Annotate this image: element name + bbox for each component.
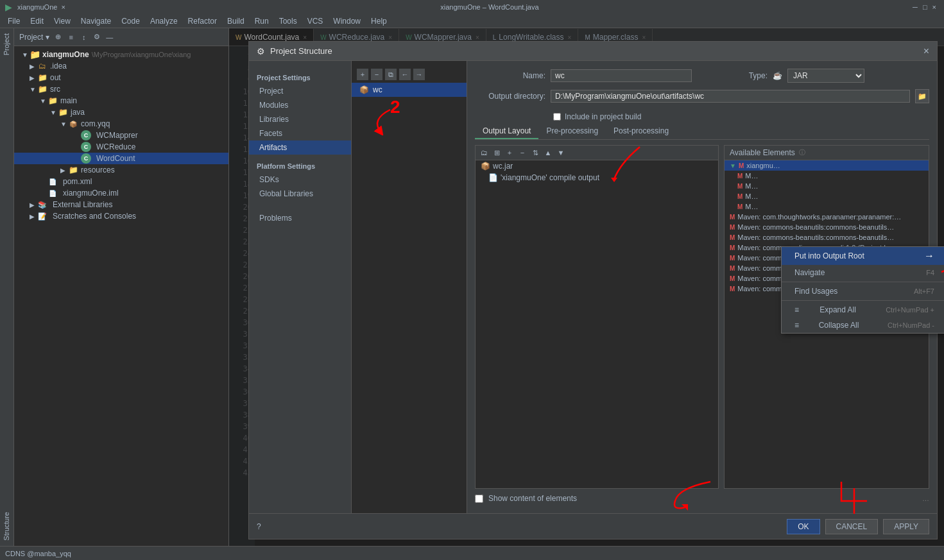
artifact-add-btn[interactable]: + bbox=[357, 69, 368, 80]
project-tab[interactable]: Project bbox=[0, 28, 13, 60]
nav-modules[interactable]: Modules bbox=[249, 98, 351, 112]
name-input[interactable] bbox=[551, 69, 692, 82]
output-tree-child[interactable]: 📄 'xiangmuOne' compile output bbox=[476, 172, 718, 183]
collapse-icon[interactable]: ↕ bbox=[79, 32, 89, 42]
context-menu-navigate[interactable]: Navigate F4 bbox=[782, 265, 944, 280]
tree-item-idea[interactable]: ▶ 🗂 .idea bbox=[14, 60, 228, 72]
output-dir-label: Output directory: bbox=[475, 92, 545, 101]
artifact-back-btn[interactable]: ← bbox=[399, 69, 411, 80]
put-into-output-label: Put into Output Root bbox=[794, 251, 864, 260]
context-menu-find-usages[interactable]: Find Usages Alt+F7 bbox=[782, 284, 944, 299]
output-dir-input[interactable] bbox=[551, 90, 910, 103]
artifact-remove-btn[interactable]: − bbox=[371, 69, 382, 80]
output-sort-btn[interactable]: ⇅ bbox=[529, 147, 541, 158]
menu-navigate[interactable]: Navigate bbox=[76, 15, 116, 27]
navigate-label: Navigate bbox=[794, 268, 825, 277]
available-paranamer-label: Maven: com.thoughtworks.paranamer:parana… bbox=[737, 213, 901, 221]
nav-problems[interactable]: Problems bbox=[249, 211, 351, 225]
nav-facets[interactable]: Facets bbox=[249, 126, 351, 140]
artifact-copy-btn[interactable]: ⧉ bbox=[385, 69, 397, 80]
tree-item-out[interactable]: ▶ 📁 out bbox=[14, 72, 228, 83]
nav-artifacts[interactable]: Artifacts bbox=[249, 140, 351, 155]
tree-item-wordcount[interactable]: C WordCount bbox=[14, 153, 228, 164]
menu-file[interactable]: File bbox=[3, 15, 25, 27]
menu-analyze[interactable]: Analyze bbox=[145, 15, 183, 27]
tab-postprocessing[interactable]: Post-processing bbox=[606, 124, 676, 139]
tree-item-src[interactable]: ▼ 📁 src bbox=[14, 83, 228, 95]
tree-wcmapprer-label: WCMapprer bbox=[96, 131, 138, 140]
tree-item-extlibs[interactable]: ▶ 📚 External Libraries bbox=[14, 199, 228, 210]
dialog-close-btn[interactable]: × bbox=[923, 46, 929, 57]
tree-item-package[interactable]: ▼ 📦 com.yqq bbox=[14, 118, 228, 130]
output-locate-btn[interactable]: 🗂 bbox=[478, 147, 490, 158]
close-panel-icon[interactable]: — bbox=[105, 32, 115, 42]
nav-sdks[interactable]: SDKs bbox=[249, 173, 351, 187]
tab-output-layout[interactable]: Output Layout bbox=[475, 124, 538, 139]
title-bar-separator: × bbox=[61, 3, 65, 11]
show-content-checkbox[interactable] bbox=[475, 495, 483, 503]
close-btn[interactable]: × bbox=[932, 3, 936, 11]
available-item-m1[interactable]: M M… bbox=[725, 171, 929, 181]
tree-item-wcreduce[interactable]: C WCReduce bbox=[14, 141, 228, 153]
expand-all-icon[interactable]: ≡ bbox=[66, 32, 76, 42]
minimize-btn[interactable]: ─ bbox=[913, 3, 918, 11]
available-item-beanutils1[interactable]: M Maven: commons-beanutils:commons-beanu… bbox=[725, 222, 929, 232]
menu-tools[interactable]: Tools bbox=[274, 15, 302, 27]
tree-item-iml[interactable]: 📄 xiangmuOne.iml bbox=[14, 187, 228, 199]
menu-vcs[interactable]: VCS bbox=[302, 15, 329, 27]
output-tree-root[interactable]: 📦 wc.jar bbox=[476, 160, 718, 172]
menu-view[interactable]: View bbox=[49, 15, 76, 27]
output-remove-btn[interactable]: − bbox=[517, 147, 528, 158]
menu-window[interactable]: Window bbox=[328, 15, 366, 27]
locate-icon[interactable]: ⊕ bbox=[53, 32, 64, 42]
output-up-btn[interactable]: ▲ bbox=[542, 147, 554, 158]
available-item-xiangmu[interactable]: ▼ M xiangmu… bbox=[725, 160, 929, 171]
tree-item-pom[interactable]: 📄 pom.xml bbox=[14, 176, 228, 187]
include-build-checkbox[interactable] bbox=[553, 113, 561, 121]
tree-item-scratches[interactable]: ▶ 📝 Scratches and Consoles bbox=[14, 210, 228, 222]
nav-project[interactable]: Project bbox=[249, 84, 351, 98]
cancel-btn[interactable]: CANCEL bbox=[825, 519, 879, 534]
output-dir-browse-btn[interactable]: 📁 bbox=[915, 89, 929, 103]
settings-icon[interactable]: ⚙ bbox=[92, 32, 102, 42]
project-dropdown[interactable]: Project ▾ bbox=[19, 33, 49, 42]
tab-preprocessing[interactable]: Pre-processing bbox=[538, 124, 606, 139]
output-add-btn[interactable]: + bbox=[504, 147, 515, 158]
context-menu-collapse-all[interactable]: ≡ Collapse All Ctrl+NumPad - bbox=[782, 318, 944, 333]
tree-wordcount-label: WordCount bbox=[96, 154, 135, 163]
artifact-item-wc[interactable]: 📦 wc bbox=[352, 83, 467, 97]
available-m1-label: M… bbox=[745, 172, 758, 180]
nav-global-libraries[interactable]: Global Libraries bbox=[249, 187, 351, 201]
available-item-m4[interactable]: M M… bbox=[725, 201, 929, 212]
tree-root[interactable]: ▼ 📁 xiangmuOne \MyProgram\xiangmuOne\xia… bbox=[14, 49, 228, 60]
tree-item-java[interactable]: ▼ 📁 java bbox=[14, 106, 228, 118]
structure-tab[interactable]: Structure bbox=[0, 507, 13, 546]
ellipsis-btn[interactable]: … bbox=[922, 495, 929, 502]
available-item-paranamer[interactable]: M Maven: com.thoughtworks.paranamer:para… bbox=[725, 212, 929, 222]
apply-btn[interactable]: APPLY bbox=[883, 519, 929, 534]
output-expand-btn[interactable]: ⊞ bbox=[491, 147, 502, 158]
type-select[interactable]: JAR bbox=[787, 69, 864, 83]
question-mark-btn[interactable]: ? bbox=[257, 522, 261, 531]
maximize-btn[interactable]: □ bbox=[923, 3, 927, 11]
context-menu-sep1 bbox=[782, 282, 944, 282]
menu-refactor[interactable]: Refactor bbox=[183, 15, 222, 27]
menu-build[interactable]: Build bbox=[222, 15, 250, 27]
menu-edit[interactable]: Edit bbox=[25, 15, 49, 27]
menu-code[interactable]: Code bbox=[116, 15, 145, 27]
output-down-btn[interactable]: ▼ bbox=[555, 147, 567, 158]
artifact-fwd-btn[interactable]: → bbox=[413, 69, 425, 80]
context-menu-put-into-output[interactable]: Put into Output Root → bbox=[782, 247, 944, 265]
tree-item-main[interactable]: ▼ 📁 main bbox=[14, 95, 228, 106]
include-build-row: Include in project build bbox=[475, 112, 929, 121]
available-item-beanutils2[interactable]: M Maven: commons-beanutils:commons-beanu… bbox=[725, 232, 929, 242]
tree-item-resources[interactable]: ▶ 📁 resources bbox=[14, 164, 228, 176]
available-item-m2[interactable]: M M… bbox=[725, 181, 929, 191]
ok-btn[interactable]: OK bbox=[787, 519, 820, 534]
nav-libraries[interactable]: Libraries bbox=[249, 112, 351, 126]
tree-item-wcmapprer[interactable]: C WCMapprer bbox=[14, 130, 228, 141]
menu-run[interactable]: Run bbox=[250, 15, 274, 27]
menu-help[interactable]: Help bbox=[366, 15, 392, 27]
available-item-m3[interactable]: M M… bbox=[725, 191, 929, 201]
context-menu-expand-all[interactable]: ≡ Expand All Ctrl+NumPad + bbox=[782, 302, 944, 318]
